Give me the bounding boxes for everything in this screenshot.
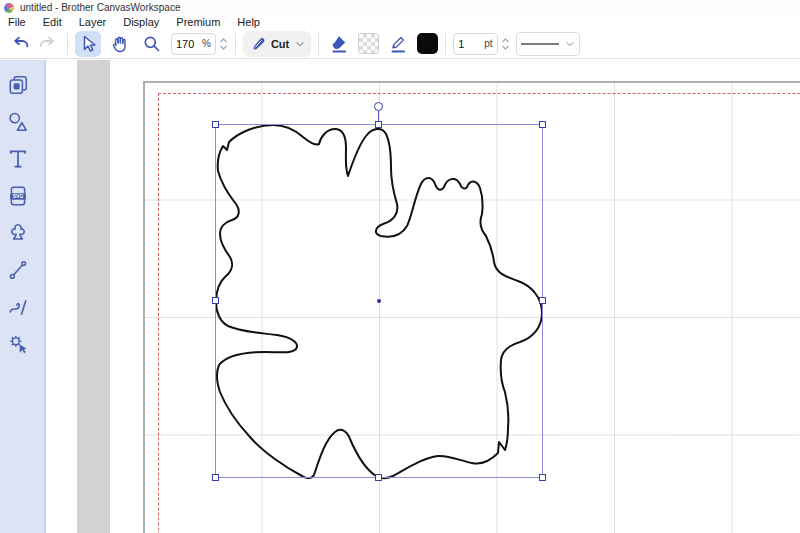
line-width-value[interactable]: 1 <box>458 38 478 50</box>
cut-mode-dropdown[interactable]: Cut <box>243 31 311 57</box>
resize-handle-bottom-left[interactable] <box>212 474 219 481</box>
trace-settings-icon <box>7 333 29 355</box>
hand-icon <box>110 34 130 54</box>
select-arrow-icon <box>78 34 98 54</box>
templates-button[interactable] <box>6 73 30 97</box>
line-style-dropdown[interactable] <box>516 32 580 56</box>
zoom-level-input[interactable]: 170 % <box>171 33 216 55</box>
svg-import-button[interactable]: SVG <box>6 184 30 208</box>
toolbar: 170 % Cut <box>0 29 800 59</box>
chevron-down-icon <box>295 40 305 48</box>
text-icon <box>7 148 29 170</box>
resize-handle-middle-right[interactable] <box>539 297 546 304</box>
stepper-up-icon <box>501 37 510 44</box>
toolbar-separator <box>318 33 319 55</box>
menu-edit[interactable]: Edit <box>43 16 62 28</box>
toolbar-separator <box>235 33 236 55</box>
fill-transparent-swatch[interactable] <box>358 33 379 54</box>
decorative-shape-icon <box>7 222 29 244</box>
rotation-handle[interactable] <box>374 102 383 111</box>
basic-shapes-button[interactable] <box>6 110 30 134</box>
tool-sidebar: SVG <box>0 60 46 533</box>
chevron-down-icon <box>565 40 575 48</box>
toolbar-separator <box>67 33 68 55</box>
app-logo-icon <box>4 3 14 13</box>
vertical-scrollbar[interactable] <box>77 60 110 533</box>
decorative-shape-button[interactable] <box>6 221 30 245</box>
svg-import-icon: SVG <box>7 185 29 207</box>
cut-mode-label: Cut <box>271 38 289 50</box>
line-tool-button[interactable] <box>6 258 30 282</box>
resize-handle-middle-left[interactable] <box>212 297 219 304</box>
window-title: untitled - Brother CanvasWorkspace <box>20 2 180 13</box>
menu-premium[interactable]: Premium <box>176 16 220 28</box>
resize-handle-bottom-right[interactable] <box>539 474 546 481</box>
svg-text:SVG: SVG <box>13 193 24 199</box>
menu-bar: File Edit Layer Display Premium Help <box>0 15 800 29</box>
stepper-down-icon <box>219 44 228 51</box>
text-tool-button[interactable] <box>6 147 30 171</box>
curve-tool-icon <box>7 296 29 318</box>
select-tool-button[interactable] <box>75 31 101 57</box>
redo-icon <box>37 34 57 54</box>
artboard-page[interactable] <box>143 81 800 533</box>
zoom-icon <box>142 34 162 54</box>
templates-icon <box>7 74 29 96</box>
application-window: untitled - Brother CanvasWorkspace File … <box>0 0 800 533</box>
undo-button[interactable] <box>8 31 34 57</box>
line-color-swatch[interactable] <box>417 33 438 54</box>
basic-shapes-icon <box>7 111 29 133</box>
menu-file[interactable]: File <box>8 16 26 28</box>
pan-tool-button[interactable] <box>107 31 133 57</box>
zoom-level-stepper[interactable] <box>219 37 228 51</box>
redo-button[interactable] <box>34 31 60 57</box>
object-center-marker <box>377 299 381 303</box>
resize-handle-bottom-middle[interactable] <box>375 474 382 481</box>
menu-layer[interactable]: Layer <box>79 16 107 28</box>
fill-color-button[interactable] <box>326 31 352 57</box>
line-pencil-icon <box>388 33 409 54</box>
line-width-stepper[interactable] <box>501 37 510 51</box>
cut-blade-icon <box>249 35 267 53</box>
menu-help[interactable]: Help <box>237 16 260 28</box>
line-width-unit-label: pt <box>484 38 492 49</box>
toolbar-separator <box>445 33 446 55</box>
canvas-viewport[interactable] <box>48 60 800 533</box>
fill-bucket-icon <box>329 33 350 54</box>
undo-icon <box>11 34 31 54</box>
trace-settings-button[interactable] <box>6 332 30 356</box>
resize-handle-top-middle[interactable] <box>375 121 382 128</box>
zoom-unit-label: % <box>202 38 211 49</box>
line-style-sample <box>521 43 559 45</box>
line-tool-icon <box>7 259 29 281</box>
selection-bounding-box[interactable] <box>215 124 543 478</box>
line-width-input[interactable]: 1 pt <box>453 33 497 55</box>
curve-tool-button[interactable] <box>6 295 30 319</box>
stepper-down-icon <box>501 44 510 51</box>
stepper-up-icon <box>219 37 228 44</box>
resize-handle-top-left[interactable] <box>212 121 219 128</box>
zoom-tool-button[interactable] <box>139 31 165 57</box>
menu-display[interactable]: Display <box>123 16 159 28</box>
title-bar: untitled - Brother CanvasWorkspace <box>0 0 800 15</box>
zoom-level-value[interactable]: 170 <box>176 38 196 50</box>
resize-handle-top-right[interactable] <box>539 121 546 128</box>
line-color-button[interactable] <box>385 31 411 57</box>
